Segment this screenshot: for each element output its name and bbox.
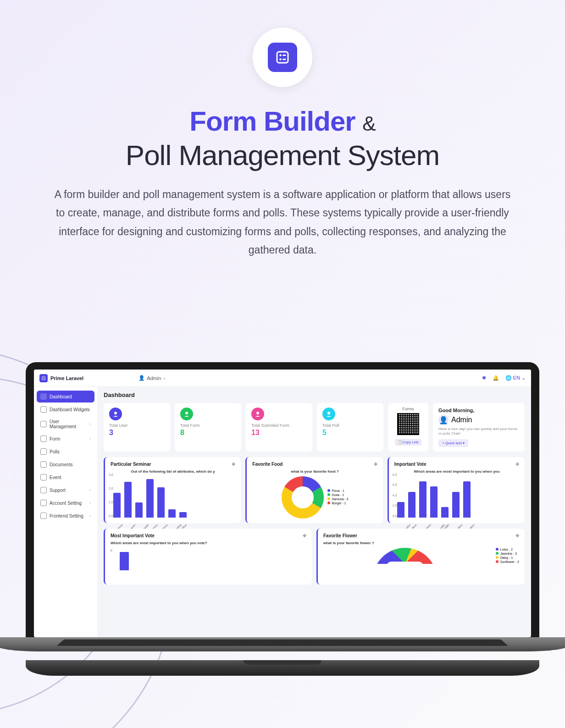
chart-title: Favorite Food (252, 462, 282, 467)
stat-value: 8 (180, 429, 236, 437)
sidebar-item-label: Polls (50, 449, 60, 454)
menu-icon (40, 448, 47, 455)
chart-title: Most Important Vote (111, 533, 155, 538)
chevron-right-icon: › (89, 501, 91, 505)
stat-value: 13 (251, 429, 307, 437)
sidebar-item-dashboard-widgets[interactable]: Dashboard Widgets (37, 403, 94, 415)
legend-item: Sunflower - 2 (496, 560, 519, 563)
legend-dot (496, 548, 499, 551)
move-icon[interactable]: ✥ (515, 533, 519, 538)
copy-link-button[interactable]: 📋Copy Link (395, 439, 421, 446)
bar: Immigration (463, 481, 471, 518)
menu-icon (40, 436, 47, 442)
chart-title: Particular Seminar (111, 462, 151, 467)
svg-rect-4 (282, 59, 286, 60)
chart-most-vote: Most Important Vote ✥ Which areas are mo… (104, 529, 312, 585)
sidebar-item-event[interactable]: Event (37, 471, 94, 483)
bar-chart: 0.01.02.03.0PatienceEnthusiasmKnowledgea… (111, 476, 235, 518)
topbar-user-dropdown[interactable]: 👤 Admin ⌄ (138, 375, 166, 381)
laptop-mockup: Prime Laravel 👤 Admin ⌄ ✱ 🔔 🌐 EN ⌄ Dashb… (26, 362, 539, 676)
logo-icon (268, 43, 297, 72)
theme-icon[interactable]: ✱ (482, 375, 486, 381)
legend-item: Dosa - 1 (327, 493, 349, 496)
stat-icon (251, 408, 264, 420)
stats-row: Total User3Total Form8Total Submited For… (104, 403, 525, 452)
svg-rect-5 (42, 376, 45, 380)
chevron-right-icon: › (89, 436, 91, 441)
svg-point-12 (256, 412, 259, 414)
sidebar-item-polls[interactable]: Polls (37, 446, 94, 458)
legend-label: Sunflower - 2 (500, 560, 519, 563)
move-icon[interactable]: ✥ (303, 533, 306, 538)
donut-chart (282, 476, 324, 518)
half-donut-chart (373, 548, 437, 580)
topbar: Prime Laravel 👤 Admin ⌄ ✱ 🔔 🌐 EN ⌄ (34, 370, 531, 387)
svg-point-8 (43, 378, 43, 379)
bar: Education (452, 492, 460, 518)
chart-subtitle: Out of the following list of attributes,… (111, 469, 235, 474)
stat-label: Total Submited Form (251, 423, 307, 428)
chevron-down-icon: ⌄ (163, 376, 166, 380)
bar: Knowledgeable (135, 502, 143, 518)
menu-icon (40, 500, 47, 506)
greeting-user-name: Admin (451, 416, 472, 424)
stat-label: Total User (109, 423, 165, 428)
brand-icon (39, 374, 48, 382)
chevron-right-icon: › (89, 488, 91, 492)
chart-subtitle: Which areas are most important to you wh… (394, 469, 519, 474)
legend-item: Jasmine - 3 (496, 552, 519, 555)
sidebar-item-label: Documents (50, 462, 73, 467)
move-icon[interactable]: ✥ (374, 462, 377, 467)
sidebar-item-documents[interactable]: Documents (37, 458, 94, 470)
sidebar-item-frontend-setting[interactable]: Frontend Setting› (37, 510, 94, 522)
sidebar-item-user-management[interactable]: User Management› (37, 416, 94, 432)
legend-item: Lotus - 2 (496, 548, 519, 551)
sidebar-item-account-setting[interactable]: Account Setting› (37, 497, 94, 509)
hero-description: A form builder and poll management syste… (53, 185, 512, 259)
stat-card: Total Poll5 (317, 403, 383, 452)
legend-label: Lotus - 2 (500, 548, 513, 551)
greeting-title: Good Morning, (438, 408, 519, 413)
stat-icon (109, 408, 122, 420)
bar: Understanding (168, 509, 176, 518)
sidebar-item-form[interactable]: Form› (37, 433, 94, 445)
forms-qr-card: Forms📋Copy Link (388, 403, 428, 452)
quick-add-button[interactable]: + Quick add ▾ (438, 439, 468, 447)
chart-subtitle: what is your favorite flower ? (323, 541, 519, 545)
chart-title: Favorite Flower (323, 533, 357, 538)
sidebar-item-label: Account Setting (50, 501, 82, 506)
legend-label: Daisy - 1 (500, 556, 513, 559)
stat-label: Total Poll (322, 423, 378, 428)
menu-icon (40, 487, 47, 493)
move-icon[interactable]: ✥ (515, 462, 519, 467)
stat-card: Total Submited Form13 (246, 403, 312, 452)
svg-point-10 (114, 412, 117, 414)
legend-item: Pizza - 1 (327, 489, 349, 492)
topbar-user-name: Admin (147, 375, 161, 381)
sidebar-item-label: Frontend Setting (50, 513, 83, 518)
bell-icon[interactable]: 🔔 (493, 375, 499, 381)
bar: Environment (419, 481, 427, 518)
menu-icon (40, 393, 47, 400)
chart-seminar: Particular Seminar ✥ Out of the followin… (104, 457, 241, 523)
svg-point-3 (279, 58, 282, 61)
svg-point-6 (43, 377, 43, 378)
move-icon[interactable]: ✥ (232, 462, 235, 467)
legend-label: Pizza - 1 (332, 489, 344, 492)
language-dropdown[interactable]: 🌐 EN ⌄ (505, 375, 526, 381)
stat-card: Total User3 (104, 403, 170, 452)
chart-subtitle: what is your favorite food ? (252, 469, 377, 474)
chart-subtitle: Which areas are most important to you wh… (111, 541, 306, 545)
sidebar-item-dashboard[interactable]: Dashboard (37, 391, 94, 403)
sidebar: DashboardDashboard WidgetsUser Managemen… (34, 387, 97, 637)
svg-point-7 (44, 377, 44, 378)
sidebar-item-support[interactable]: Support› (37, 484, 94, 496)
legend-dot (496, 552, 499, 555)
greeting-message: Have a nice day! you can quickly add you… (438, 427, 519, 436)
brand[interactable]: Prime Laravel (39, 374, 83, 382)
legend-dot (327, 489, 330, 492)
sidebar-item-label: Event (50, 475, 61, 480)
chart-vote: Important Vote ✥ Which areas are most im… (388, 457, 525, 523)
legend-dot (327, 497, 330, 500)
bar: Friendliness (146, 479, 154, 518)
